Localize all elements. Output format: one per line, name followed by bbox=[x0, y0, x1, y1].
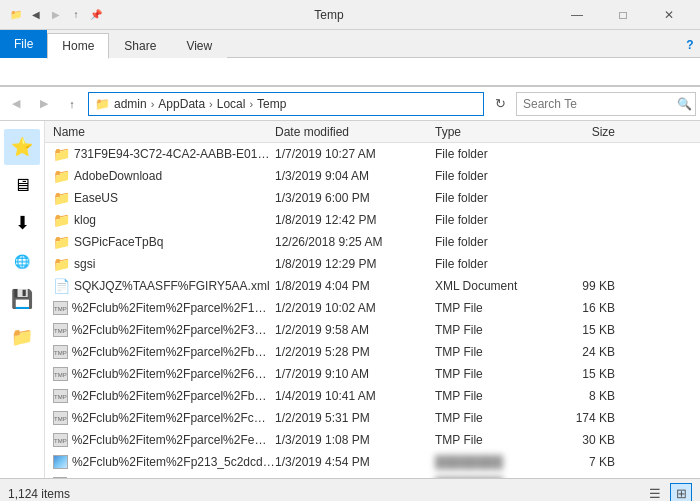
file-list[interactable]: Name Date modified Type Size 📁 731F9E94-… bbox=[45, 121, 700, 478]
sidebar-icon-star[interactable]: ⭐ bbox=[4, 129, 40, 165]
file-type: XML Document bbox=[435, 279, 545, 293]
table-row[interactable]: TMP %2Fclub%2Fitem%2Fparcel%2F1%2F119...… bbox=[45, 297, 700, 319]
tmp-icon: TMP bbox=[53, 345, 68, 359]
window-title: Temp bbox=[104, 8, 554, 22]
col-header-name[interactable]: Name bbox=[45, 125, 275, 139]
table-row[interactable]: 📁 EaseUS 1/3/2019 6:00 PM File folder bbox=[45, 187, 700, 209]
file-type: TMP File bbox=[435, 433, 545, 447]
path-sep-2: › bbox=[209, 98, 213, 110]
file-modified: 1/4/2019 10:41 AM bbox=[275, 389, 435, 403]
table-row[interactable]: TMP %2Fclub%2Fitem%2Fparcel%2Fb%2Fb68...… bbox=[45, 385, 700, 407]
table-row[interactable]: 📁 sgsi 1/8/2019 12:29 PM File folder bbox=[45, 253, 700, 275]
xml-icon: 📄 bbox=[53, 278, 70, 294]
file-size: 174 KB bbox=[545, 411, 625, 425]
sidebar-icon-drive[interactable]: 💾 bbox=[4, 281, 40, 317]
search-input[interactable] bbox=[523, 97, 673, 111]
file-name-text: SQKJQZ%TAASFF%FGIRY5AA.xml bbox=[74, 279, 270, 293]
table-row[interactable]: 📄 SQKJQZ%TAASFF%FGIRY5AA.xml 1/8/2019 4:… bbox=[45, 275, 700, 297]
sidebar: ⭐ 🖥 ⬇ 🌐 💾 📁 bbox=[0, 121, 45, 478]
file-size: 24 KB bbox=[545, 345, 625, 359]
col-header-type[interactable]: Type bbox=[435, 125, 545, 139]
table-row[interactable]: TMP %2Fclub%2Fitem%2Fparcel%2F3%2F383...… bbox=[45, 319, 700, 341]
list-view-button[interactable]: ⊞ bbox=[670, 483, 692, 502]
file-type: TMP File bbox=[435, 301, 545, 315]
tab-view[interactable]: View bbox=[171, 32, 227, 58]
file-name-text: %2Fclub%2Fitem%2Fparcel%2F3%2F383... bbox=[72, 323, 275, 337]
file-modified: 1/3/2019 4:54 PM bbox=[275, 455, 435, 469]
search-icon: 🔍 bbox=[677, 97, 692, 111]
up-button[interactable]: ↑ bbox=[60, 92, 84, 116]
file-name-text: %2Fclub%2Fitem%2Fparcel%2F6%2F649... bbox=[72, 367, 275, 381]
path-temp[interactable]: Temp bbox=[257, 97, 286, 111]
forward-button[interactable]: ▶ bbox=[32, 92, 56, 116]
details-view-button[interactable]: ☰ bbox=[644, 483, 666, 502]
search-box[interactable]: 🔍 bbox=[516, 92, 696, 116]
up-icon[interactable]: ↑ bbox=[68, 7, 84, 23]
path-local[interactable]: Local bbox=[217, 97, 246, 111]
table-row[interactable]: 📁 AdobeDownload 1/3/2019 9:04 AM File fo… bbox=[45, 165, 700, 187]
ribbon-tabs: File Home Share View ? bbox=[0, 30, 700, 58]
sidebar-icon-network[interactable]: 🌐 bbox=[4, 243, 40, 279]
file-type: File folder bbox=[435, 191, 545, 205]
file-rows-container: 📁 731F9E94-3C72-4CA2-AABB-E01334EF7473 1… bbox=[45, 143, 700, 478]
table-row[interactable]: 📁 SGPicFaceTpBq 12/26/2018 9:25 AM File … bbox=[45, 231, 700, 253]
file-name: %2Fclub%2Fitem%2Fp213_5c2dcdc2_... bbox=[45, 455, 275, 469]
file-type: TMP File bbox=[435, 345, 545, 359]
file-name: 📁 SGPicFaceTpBq bbox=[45, 234, 275, 250]
col-header-size[interactable]: Size bbox=[545, 125, 625, 139]
file-name: 📁 sgsi bbox=[45, 256, 275, 272]
back-icon[interactable]: ◀ bbox=[28, 7, 44, 23]
tmp-icon: TMP bbox=[53, 433, 68, 447]
file-name-text: %2Fclub%2Fitem%2Fparcel%2F1%2F119... bbox=[72, 301, 275, 315]
path-appdata[interactable]: AppData bbox=[158, 97, 205, 111]
col-header-modified[interactable]: Date modified bbox=[275, 125, 435, 139]
table-row[interactable]: TMP %2Fclub%2Fitem%2Fparcel%2Fb%2Ff58...… bbox=[45, 341, 700, 363]
table-row[interactable]: TMP %2Fclub%2Fitem%2Fparcel%2Fe%2Fe11...… bbox=[45, 429, 700, 451]
tmp-icon: TMP bbox=[53, 301, 68, 315]
img-icon bbox=[53, 455, 68, 469]
quick-access-pin[interactable]: 📌 bbox=[88, 7, 104, 23]
file-name-text: 731F9E94-3C72-4CA2-AABB-E01334EF7473 bbox=[74, 147, 275, 161]
file-name: 📁 731F9E94-3C72-4CA2-AABB-E01334EF7473 bbox=[45, 146, 275, 162]
tab-file[interactable]: File bbox=[0, 30, 47, 58]
maximize-button[interactable]: □ bbox=[600, 0, 646, 30]
refresh-button[interactable]: ↻ bbox=[488, 92, 512, 116]
ribbon: File Home Share View ? bbox=[0, 30, 700, 87]
file-modified: 1/2/2019 5:31 PM bbox=[275, 411, 435, 425]
file-size: 99 KB bbox=[545, 279, 625, 293]
tab-share[interactable]: Share bbox=[109, 32, 171, 58]
file-type: ████████ bbox=[435, 477, 545, 478]
file-name-text: %2Fclub%2Fitem%2Fp213_5c2dcdc2_... bbox=[72, 455, 275, 469]
help-button[interactable]: ? bbox=[680, 32, 700, 58]
file-modified: 1/3/2019 4:54 PM bbox=[275, 477, 435, 478]
address-box[interactable]: 📁 admin › AppData › Local › Temp bbox=[88, 92, 484, 116]
table-row[interactable]: %2Fclub%2Fitem%2Fp213_5c2dcdc2_... 1/3/2… bbox=[45, 451, 700, 473]
back-button[interactable]: ◀ bbox=[4, 92, 28, 116]
tmp-icon: TMP bbox=[53, 389, 68, 403]
close-button[interactable]: ✕ bbox=[646, 0, 692, 30]
table-row[interactable]: 📁 731F9E94-3C72-4CA2-AABB-E01334EF7473 1… bbox=[45, 143, 700, 165]
folder-icon: 📁 bbox=[53, 146, 70, 162]
sidebar-icon-folder[interactable]: 📁 bbox=[4, 319, 40, 355]
file-size: 8 KB bbox=[545, 389, 625, 403]
file-type: ████████ bbox=[435, 455, 545, 469]
folder-icon: 📁 bbox=[53, 234, 70, 250]
sidebar-icon-downloads[interactable]: ⬇ bbox=[4, 205, 40, 241]
ribbon-content bbox=[0, 58, 700, 86]
forward-icon[interactable]: ▶ bbox=[48, 7, 64, 23]
item-count: 1,124 items bbox=[8, 487, 70, 501]
status-bar: 1,124 items ☰ ⊞ bbox=[0, 478, 700, 501]
table-row[interactable]: TMP %2Fclub%2Fitem%2Fparcel%2F6%2F649...… bbox=[45, 363, 700, 385]
table-row[interactable]: TMP %2Fclub%2Fitem%2Fparcel%2Fc%2Fcd2...… bbox=[45, 407, 700, 429]
file-name-text: %2Fclub%2Fitem%2Fparcel%2Fb%2Fb68... bbox=[72, 389, 275, 403]
file-name: %2Fclubapp%2Fpop%2Fp226_5c2dcdc2... bbox=[45, 477, 275, 478]
table-row[interactable]: 📁 klog 1/8/2019 12:42 PM File folder bbox=[45, 209, 700, 231]
file-name-text: %2Fclub%2Fitem%2Fparcel%2Fe%2Fe11... bbox=[72, 433, 275, 447]
sidebar-icon-desktop[interactable]: 🖥 bbox=[4, 167, 40, 203]
table-row[interactable]: %2Fclubapp%2Fpop%2Fp226_5c2dcdc2... 1/3/… bbox=[45, 473, 700, 478]
minimize-button[interactable]: — bbox=[554, 0, 600, 30]
path-admin[interactable]: admin bbox=[114, 97, 147, 111]
tab-home[interactable]: Home bbox=[47, 33, 109, 59]
file-type: File folder bbox=[435, 235, 545, 249]
file-modified: 1/8/2019 12:29 PM bbox=[275, 257, 435, 271]
